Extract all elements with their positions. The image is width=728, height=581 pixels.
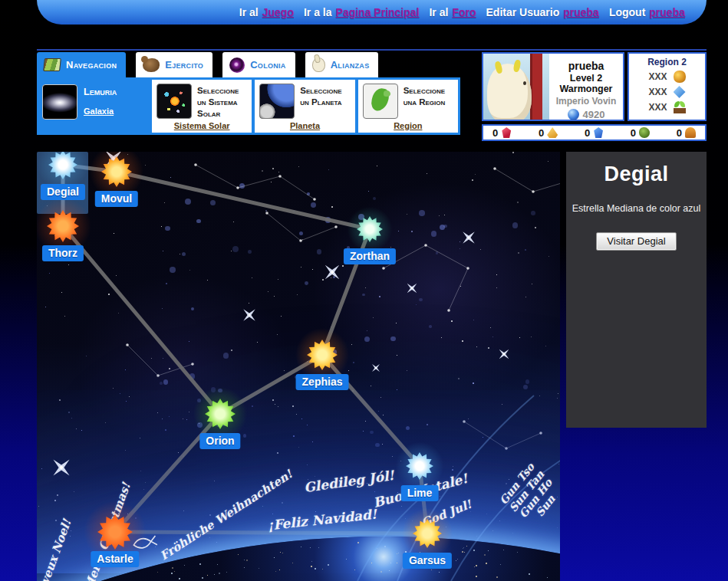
menu-link-foro[interactable]: Foro [452, 6, 476, 18]
breadcrumb-cell-title: Seleccione una Region [404, 85, 456, 120]
blue-crystal-icon [593, 127, 604, 138]
breadcrumb-cell-link[interactable]: Region [358, 121, 458, 130]
game-page: Ir alJuegoIr a laPagina PrincipalIr alFo… [0, 0, 728, 581]
region-icon [363, 84, 398, 119]
breadcrumb-cell-region[interactable]: Seleccione una RegionRegion [358, 80, 458, 133]
planet-icon [259, 84, 295, 119]
resource-counter: 0 [492, 127, 512, 139]
rabbit-icon [312, 57, 325, 72]
star-label-zorthan[interactable]: Zorthan [344, 248, 396, 264]
resource-counter: 0 [631, 127, 650, 139]
breadcrumb-cell-link[interactable]: Planeta [255, 121, 354, 130]
orb-count: 4920 [583, 109, 605, 120]
spiral-shell-icon [229, 57, 245, 73]
map-icon [43, 58, 61, 71]
orange-resource-icon [685, 127, 696, 138]
tab-alianzas[interactable]: Alianzas [305, 52, 379, 77]
resource-value: 0 [492, 127, 498, 139]
player-empire: Imperio Vovin [549, 96, 623, 107]
star-panel-title: Degial [566, 162, 707, 186]
menu-item: Ir alJuego [239, 6, 294, 18]
avatar-background-pillar [532, 54, 542, 120]
resource-counter: 0 [539, 127, 558, 139]
region-resource-row: XXX [629, 86, 705, 98]
solar-system-icon [156, 84, 192, 119]
green-resource-icon [639, 127, 650, 138]
region-resource-value: XXX [648, 71, 667, 82]
breadcrumb-cell-title: Seleccione un Planeta [300, 85, 352, 120]
galaxy-cell[interactable]: Lemuria Galaxia [39, 80, 149, 133]
orb-currency-icon [568, 109, 579, 120]
blue-gem-icon [674, 86, 686, 98]
avatar-eye [523, 81, 526, 85]
tab-navegacion[interactable]: Navegacion [37, 52, 126, 77]
resource-counter: 0 [585, 127, 604, 139]
region-title: Region 2 [629, 57, 705, 67]
galaxy-link[interactable]: Galaxia [84, 107, 114, 116]
resource-value: 0 [631, 127, 636, 139]
menu-link-prueba[interactable]: prueba [563, 6, 599, 18]
star-label-orion[interactable]: Orion [199, 433, 240, 449]
player-avatar [483, 54, 549, 120]
galaxy-icon [42, 84, 77, 120]
star-label-lime[interactable]: Lime [401, 485, 439, 501]
sprout-icon [674, 101, 686, 113]
red-crystal-icon [501, 127, 512, 138]
resource-value: 0 [539, 127, 544, 139]
star-label-degial[interactable]: Degial [41, 184, 85, 200]
menu-item: Ir alForo [429, 6, 476, 18]
resource-value: 0 [585, 127, 590, 139]
resource-counter: 0 [677, 127, 696, 139]
region-resource-list: XXXXXXXXX [629, 71, 705, 113]
star-label-thorz[interactable]: Thorz [42, 245, 84, 261]
galaxy-name: Lemuria [84, 87, 117, 97]
breadcrumb-cell-link[interactable]: Sistema Solar [152, 121, 252, 130]
navigation-breadcrumb: Lemuria Galaxia Seleccione un Sistema So… [37, 77, 460, 135]
divider-line [37, 49, 707, 51]
region-resource-row: XXX [629, 71, 705, 83]
visit-star-button[interactable]: Visitar Degial [596, 232, 676, 251]
gold-crystal-icon [547, 127, 558, 138]
menu-link-prueba[interactable]: prueba [649, 6, 685, 18]
region-info-box: Region 2 XXXXXXXXX [628, 52, 707, 121]
player-level: Level 2 Warmonger [549, 73, 623, 94]
beast-icon [143, 58, 160, 72]
star-label-garsus[interactable]: Garsus [403, 553, 452, 569]
player-name: prueba [549, 60, 623, 72]
region-resource-row: XXX [629, 101, 705, 113]
gold-ore-icon [674, 71, 686, 83]
tab-ejercito[interactable]: Ejercito [136, 52, 212, 77]
main-tabs: NavegacionEjercitoColoniaAlianzas [37, 52, 378, 77]
star-label-zephias[interactable]: Zephias [296, 374, 349, 390]
player-info-box: prueba Level 2 Warmonger Imperio Vovin 4… [482, 52, 624, 121]
breadcrumb-cell-sistema-solar[interactable]: Seleccione un Sistema SolarSistema Solar [152, 80, 252, 133]
menu-item: Logoutprueba [609, 6, 685, 18]
resource-value: 0 [677, 127, 682, 139]
star-panel-description: Estrella Mediana de color azul [566, 203, 707, 214]
star-detail-panel: Degial Estrella Mediana de color azul Vi… [566, 152, 707, 428]
menu-link-pagina-principal[interactable]: Pagina Principal [336, 6, 420, 18]
menu-item: Editar Usuarioprueba [486, 6, 599, 18]
top-menu-bar: Ir alJuegoIr a laPagina PrincipalIr alFo… [37, 0, 707, 25]
tab-label: Colonia [250, 59, 286, 71]
star-map: Gledileg Jól!Buon Natale!God Jul!¡Feliz … [37, 152, 560, 581]
region-resource-value: XXX [648, 102, 667, 113]
tab-label: Ejercito [165, 59, 203, 71]
breadcrumb-cell-title: Seleccione un Sistema Solar [197, 85, 249, 120]
avatar-body [487, 64, 532, 120]
resources-bar: 00000 [482, 124, 707, 141]
menu-link-juego[interactable]: Juego [262, 6, 294, 18]
breadcrumb-cell-planeta[interactable]: Seleccione un PlanetaPlaneta [255, 80, 354, 133]
tab-label: Navegacion [66, 59, 117, 71]
menu-item: Ir a laPagina Principal [304, 6, 420, 18]
tab-label: Alianzas [331, 59, 370, 71]
star-label-movul[interactable]: Movul [95, 191, 138, 207]
tab-colonia[interactable]: Colonia [222, 52, 295, 77]
region-resource-value: XXX [648, 87, 667, 97]
star-label-astarle[interactable]: Astarle [91, 551, 139, 567]
